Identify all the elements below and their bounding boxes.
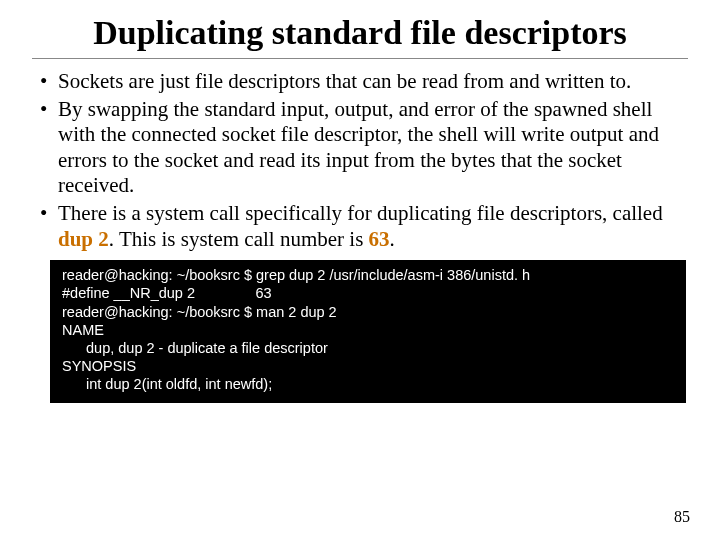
list-item: Sockets are just file descriptors that c… (44, 69, 688, 95)
terminal-line: reader@hacking: ~/booksrc $ grep dup 2 /… (62, 267, 530, 283)
slide: Duplicating standard file descriptors So… (0, 0, 720, 540)
bullet-text: Sockets are just file descriptors that c… (58, 69, 631, 93)
highlight-63: 63 (369, 227, 390, 251)
terminal-line: int dup 2(int oldfd, int newfd); (62, 375, 674, 393)
terminal-line: #define __NR_dup 2 63 (62, 285, 272, 301)
highlight-dup2: dup 2 (58, 227, 109, 251)
terminal-block: reader@hacking: ~/booksrc $ grep dup 2 /… (50, 260, 686, 403)
bullet-list: Sockets are just file descriptors that c… (32, 69, 688, 252)
bullet-text: There is a system call specifically for … (58, 201, 663, 225)
bullet-text: . This is system call number is (109, 227, 369, 251)
list-item: There is a system call specifically for … (44, 201, 688, 252)
list-item: By swapping the standard input, output, … (44, 97, 688, 199)
terminal-line: dup, dup 2 - duplicate a file descriptor (62, 339, 674, 357)
terminal-line: NAME (62, 322, 104, 338)
bullet-text: . (390, 227, 395, 251)
divider (32, 58, 688, 59)
terminal-line: reader@hacking: ~/booksrc $ man 2 dup 2 (62, 304, 337, 320)
terminal-line: SYNOPSIS (62, 358, 136, 374)
page-title: Duplicating standard file descriptors (32, 14, 688, 52)
bullet-text: By swapping the standard input, output, … (58, 97, 659, 198)
page-number: 85 (674, 508, 690, 526)
